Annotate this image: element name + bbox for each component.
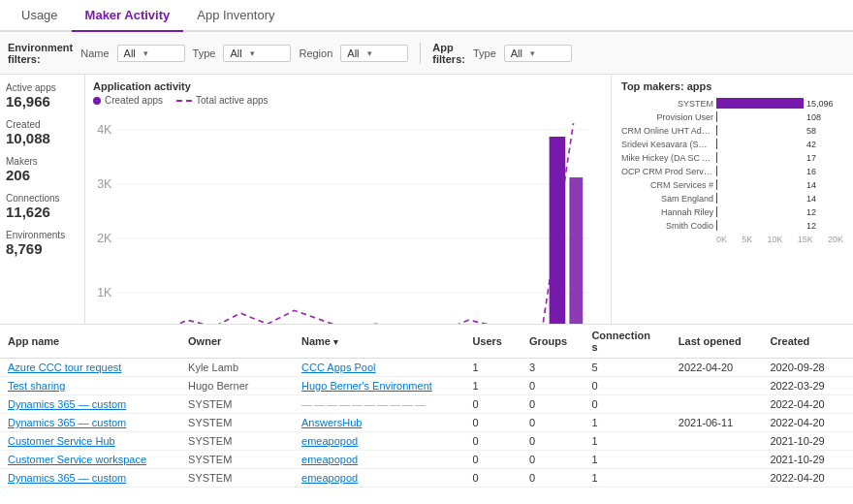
maker-value-crm-services: 14 bbox=[806, 180, 843, 190]
stat-active-apps-value: 16,966 bbox=[6, 93, 79, 110]
stat-created-title: Created bbox=[6, 119, 79, 130]
stat-makers-title: Makers bbox=[6, 156, 79, 167]
type-filter-select[interactable]: All ▾ bbox=[223, 45, 291, 62]
env-link[interactable]: emeapopod bbox=[301, 472, 358, 484]
legend-created-label: Created apps bbox=[105, 95, 163, 106]
cell-created: 2021-10-29 bbox=[762, 451, 853, 469]
chart-panel: Application activity Created apps Total … bbox=[85, 75, 611, 324]
env-link[interactable]: CCC Apps Pool bbox=[301, 362, 375, 373]
maker-row-ocp: OCP CRM Prod Service A... 16 bbox=[621, 166, 843, 176]
cell-last-opened bbox=[671, 395, 763, 414]
cell-created: 2022-04-20 bbox=[762, 414, 853, 432]
cell-last-opened bbox=[671, 451, 763, 469]
cell-owner: SYSTEM bbox=[180, 432, 294, 451]
cell-name: CCC Apps Pool bbox=[294, 359, 464, 377]
cell-users: 0 bbox=[464, 451, 521, 469]
maker-name-sam: Sam England bbox=[621, 194, 713, 204]
data-table: App name Owner Name ▾ Users Groups Conne… bbox=[0, 325, 853, 488]
cell-connections: 0 bbox=[584, 395, 670, 414]
cell-owner: Hugo Berner bbox=[180, 377, 294, 395]
app-type-filter-label: Type bbox=[473, 47, 496, 59]
env-link[interactable]: emeapopod bbox=[301, 435, 358, 447]
region-filter-select[interactable]: All ▾ bbox=[340, 45, 408, 62]
cell-app-name: Dynamics 365 — custom bbox=[0, 395, 180, 414]
stat-makers: Makers 206 bbox=[6, 156, 79, 183]
table-row: Dynamics 365 — custom SYSTEM —————————— … bbox=[0, 395, 853, 414]
maker-bar-sam bbox=[716, 193, 717, 204]
app-filters-label: Appfilters: bbox=[432, 42, 465, 65]
name-filter-label: Name bbox=[80, 47, 109, 59]
maker-row-sridevi: Sridevi Kesavara (SC-ACT) 42 bbox=[621, 139, 843, 149]
app-name-link[interactable]: Dynamics 365 — custom bbox=[8, 417, 126, 428]
maker-row-provision: Provision User 108 bbox=[621, 111, 843, 122]
cell-groups: 0 bbox=[521, 469, 584, 488]
env-link[interactable]: Hugo Berner's Environment bbox=[301, 380, 432, 392]
filter-bar: Environmentfilters: Name All ▾ Type All … bbox=[0, 32, 853, 75]
maker-bar-ocp bbox=[716, 166, 717, 176]
app-name-link[interactable]: Dynamics 365 — custom bbox=[8, 472, 126, 484]
table-row: Test sharing Hugo Berner Hugo Berner's E… bbox=[0, 377, 853, 395]
tab-app-inventory[interactable]: App Inventory bbox=[183, 0, 288, 32]
cell-app-name: Dynamics 365 — custom bbox=[0, 469, 180, 488]
tab-maker-activity[interactable]: Maker Activity bbox=[72, 0, 184, 32]
env-link[interactable]: emeapopod bbox=[301, 454, 358, 465]
svg-text:3K: 3K bbox=[97, 177, 112, 191]
maker-name-hannah: Hannah Riley bbox=[621, 207, 713, 217]
cell-last-opened: 2021-06-11 bbox=[671, 414, 763, 432]
maker-bar-mike bbox=[716, 152, 717, 163]
cell-created: 2022-04-20 bbox=[762, 469, 853, 488]
stat-environments-title: Environments bbox=[6, 230, 79, 240]
cell-created: 2022-04-20 bbox=[762, 395, 853, 414]
col-connections: Connections bbox=[584, 325, 670, 359]
tab-usage[interactable]: Usage bbox=[8, 0, 72, 32]
stat-connections: Connections 11,626 bbox=[6, 193, 79, 220]
cell-last-opened bbox=[671, 377, 763, 395]
maker-name-ocp: OCP CRM Prod Service A... bbox=[621, 167, 713, 176]
app-name-link[interactable]: Dynamics 365 — custom bbox=[8, 398, 126, 410]
cell-users: 0 bbox=[464, 395, 521, 414]
col-name: Name ▾ bbox=[294, 325, 464, 359]
maker-bar-sridevi bbox=[716, 139, 717, 149]
maker-name-provision: Provision User bbox=[621, 112, 713, 122]
maker-name-crm-services: CRM Services # bbox=[621, 180, 713, 190]
app-name-link[interactable]: Customer Service workspace bbox=[8, 454, 146, 465]
type-filter-value: All bbox=[230, 47, 241, 59]
maker-value-sridevi: 42 bbox=[806, 140, 843, 149]
name-filter-select[interactable]: All ▾ bbox=[117, 45, 185, 62]
cell-groups: 0 bbox=[521, 395, 584, 414]
cell-owner: SYSTEM bbox=[180, 395, 294, 414]
cell-app-name: Customer Service workspace bbox=[0, 451, 180, 469]
stat-environments: Environments 8,769 bbox=[6, 230, 79, 257]
name-sort-indicator[interactable]: ▾ bbox=[333, 337, 338, 347]
app-name-link[interactable]: Customer Service Hub bbox=[8, 435, 115, 447]
cell-owner: SYSTEM bbox=[180, 451, 294, 469]
col-owner: Owner bbox=[180, 325, 294, 359]
table-row: Customer Service Hub SYSTEM emeapopod 0 … bbox=[0, 432, 853, 451]
app-name-link[interactable]: Azure CCC tour request bbox=[8, 362, 121, 373]
makers-panel: Top makers: apps SYSTEM 15,096 Provision… bbox=[611, 75, 853, 324]
maker-name-sridevi: Sridevi Kesavara (SC-ACT) bbox=[621, 140, 713, 149]
maker-bar-smith bbox=[716, 220, 717, 231]
maker-name-mike: Mike Hickey (DA SC ACT) bbox=[621, 153, 713, 163]
cell-name: emeapopod bbox=[294, 432, 464, 451]
makers-axis: 0K5K10K15K20K bbox=[621, 235, 843, 244]
cell-connections: 1 bbox=[584, 469, 670, 488]
app-name-link[interactable]: Test sharing bbox=[8, 380, 65, 392]
cell-groups: 0 bbox=[521, 432, 584, 451]
stat-created-value: 10,088 bbox=[6, 130, 79, 146]
maker-name-smith: Smith Codio bbox=[621, 221, 713, 231]
type-filter-chevron: ▾ bbox=[250, 48, 255, 58]
cell-connections: 1 bbox=[584, 451, 670, 469]
cell-groups: 0 bbox=[521, 414, 584, 432]
cell-connections: 1 bbox=[584, 432, 670, 451]
tabs-bar: Usage Maker Activity App Inventory bbox=[0, 0, 853, 32]
stat-created: Created 10,088 bbox=[6, 119, 79, 146]
region-filter-value: All bbox=[347, 47, 359, 59]
filter-divider bbox=[420, 43, 421, 64]
cell-users: 1 bbox=[464, 359, 521, 377]
maker-bar-crm-services bbox=[716, 179, 717, 190]
cell-groups: 0 bbox=[521, 377, 584, 395]
svg-text:1K: 1K bbox=[97, 286, 112, 299]
app-type-filter-select[interactable]: All ▾ bbox=[504, 45, 572, 62]
env-link[interactable]: AnswersHub bbox=[301, 417, 362, 428]
